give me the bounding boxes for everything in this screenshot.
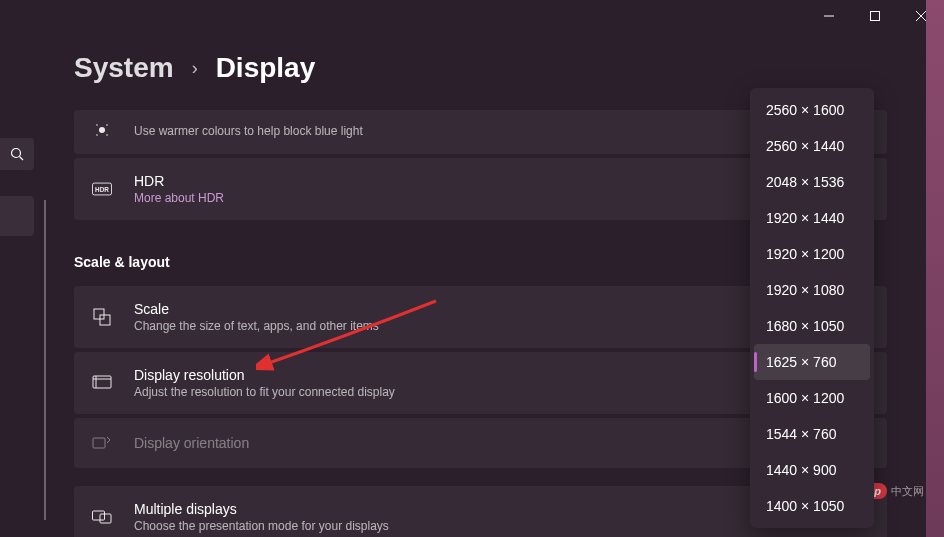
chevron-right-icon: › [192, 58, 198, 79]
svg-point-9 [96, 134, 98, 136]
svg-rect-13 [94, 309, 104, 319]
svg-rect-20 [100, 514, 111, 523]
svg-point-7 [96, 124, 98, 126]
breadcrumb-parent[interactable]: System [74, 52, 174, 84]
breadcrumb: System › Display [74, 52, 889, 84]
search-button[interactable] [0, 138, 34, 170]
scale-icon [92, 307, 112, 327]
resolution-dropdown-menu: 2560 × 16002560 × 14402048 × 15361920 × … [750, 88, 874, 528]
resolution-option[interactable]: 2560 × 1600 [754, 92, 870, 128]
scale-title: Scale [134, 301, 737, 317]
resolution-option[interactable]: 1680 × 1050 [754, 308, 870, 344]
resolution-option[interactable]: 1544 × 760 [754, 416, 870, 452]
resolution-option[interactable]: 1920 × 1440 [754, 200, 870, 236]
orientation-icon [92, 433, 112, 453]
svg-rect-19 [93, 511, 105, 520]
resolution-option[interactable]: 1400 × 1050 [754, 488, 870, 524]
svg-line-5 [20, 157, 24, 161]
maximize-button[interactable] [852, 0, 898, 32]
right-window-edge [926, 0, 944, 537]
minimize-button[interactable] [806, 0, 852, 32]
svg-point-8 [106, 124, 108, 126]
svg-rect-18 [93, 438, 105, 448]
scrollbar-indicator [44, 200, 46, 520]
night-light-icon [92, 120, 112, 140]
resolution-option[interactable]: 1920 × 1200 [754, 236, 870, 272]
resolution-icon [92, 373, 112, 393]
multiple-displays-icon [92, 507, 112, 527]
scale-sub: Change the size of text, apps, and other… [134, 319, 737, 333]
svg-text:HDR: HDR [95, 186, 109, 193]
window-controls [806, 0, 944, 32]
resolution-option[interactable]: 1625 × 760 [754, 344, 870, 380]
left-rail [0, 138, 34, 236]
nav-item-active[interactable] [0, 196, 34, 236]
resolution-option[interactable]: 2048 × 1536 [754, 164, 870, 200]
hdr-icon: HDR [92, 179, 112, 199]
svg-point-4 [12, 149, 21, 158]
close-button[interactable] [898, 0, 944, 32]
breadcrumb-current: Display [216, 52, 316, 84]
resolution-option[interactable]: 1920 × 1080 [754, 272, 870, 308]
resolution-option[interactable]: 2560 × 1440 [754, 128, 870, 164]
svg-point-6 [99, 127, 105, 133]
watermark-text: 中文网 [891, 484, 924, 499]
resolution-option[interactable]: 1440 × 900 [754, 452, 870, 488]
resolution-option[interactable]: 1600 × 1200 [754, 380, 870, 416]
svg-point-10 [106, 134, 108, 136]
svg-rect-14 [100, 315, 110, 325]
svg-rect-1 [871, 12, 880, 21]
